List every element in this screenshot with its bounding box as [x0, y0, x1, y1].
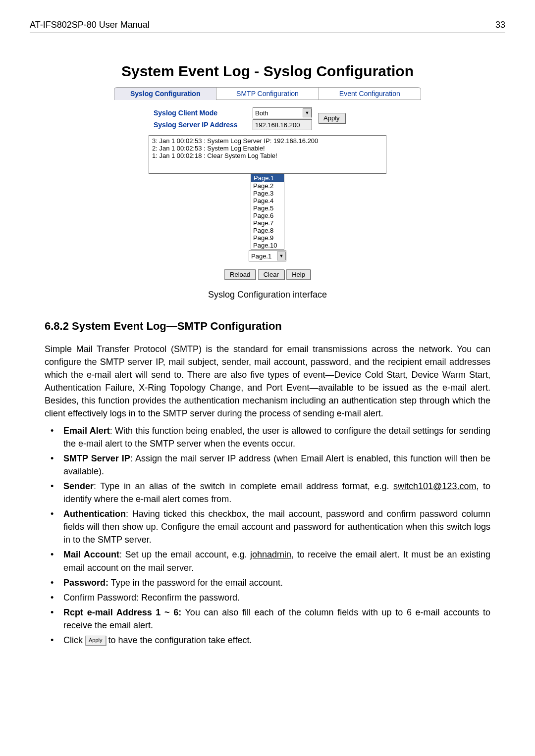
- page-item-3[interactable]: Page.3: [251, 190, 284, 197]
- page-header: AT-IFS802SP-80 User Manual 33: [30, 20, 505, 33]
- page-item-5[interactable]: Page.5: [251, 204, 284, 212]
- bullet-label: Mail Account: [63, 550, 119, 559]
- mode-value: Both: [255, 109, 268, 117]
- page-item-1[interactable]: Page.1: [251, 174, 284, 182]
- bullet-label: Authentication: [63, 509, 126, 519]
- bullet-label: Password:: [63, 578, 108, 588]
- page-item-8[interactable]: Page.8: [251, 227, 284, 234]
- bullet-pre: : Set up the email account, e.g.: [119, 550, 250, 559]
- bullet-label: Email Alert: [63, 426, 110, 436]
- bullet-label: Rcpt e-mail Address 1 ~ 6:: [63, 607, 181, 617]
- page-title: System Event Log - Syslog Configuration: [45, 63, 490, 80]
- email-link[interactable]: switch101@123.com: [393, 481, 476, 491]
- bullet-rcpt: Rcpt e-mail Address 1 ~ 6: You can also …: [50, 606, 490, 632]
- page-item-7[interactable]: Page.7: [251, 219, 284, 227]
- page-item-9[interactable]: Page.9: [251, 234, 284, 242]
- bullet-sender: Sender: Type in an alias of the switch i…: [50, 480, 490, 505]
- page-item-2[interactable]: Page.2: [251, 182, 284, 190]
- apply-button[interactable]: Apply: [318, 113, 345, 123]
- main-content: System Event Log - Syslog Configuration …: [0, 33, 535, 647]
- log-line: 1: Jan 1 00:02:18 : Clear System Log Tab…: [152, 152, 383, 159]
- reload-button[interactable]: Reload: [224, 269, 256, 280]
- help-button[interactable]: Help: [286, 269, 311, 280]
- mode-label: Syslog Client Mode: [144, 109, 253, 117]
- bullet-pre: Click: [63, 635, 85, 645]
- action-buttons: Reload Clear Help: [45, 269, 490, 280]
- section-heading: 6.8.2 System Event Log—SMTP Configuratio…: [45, 320, 490, 333]
- figure-caption: Syslog Configuration interface: [45, 290, 490, 300]
- mode-select[interactable]: Both ▼: [253, 107, 312, 118]
- bullet-label: Sender: [63, 481, 94, 491]
- bullet-confirm-password: Confirm Password: Reconfirm the password…: [50, 591, 490, 604]
- tab-event[interactable]: Event Configuration: [319, 87, 421, 100]
- page-item-10[interactable]: Page.10: [251, 242, 284, 249]
- bullet-pre: : Type in an alias of the switch in comp…: [94, 481, 393, 491]
- apply-inline-button: Apply: [85, 636, 106, 646]
- ip-label: Syslog Server IP Address: [144, 121, 253, 129]
- bullet-text: Confirm Password: Reconfirm the password…: [63, 593, 240, 603]
- intro-paragraph: Simple Mail Transfer Protocol (SMTP) is …: [45, 343, 490, 420]
- page-item-6[interactable]: Page.6: [251, 212, 284, 219]
- log-line: 3: Jan 1 00:02:53 : System Log Server IP…: [152, 137, 383, 145]
- bullet-mail-account: Mail Account: Set up the email account, …: [50, 548, 490, 574]
- bullet-click-apply: Click Apply to have the configuration ta…: [50, 634, 490, 647]
- bullet-authentication: Authentication: Having ticked this check…: [50, 507, 490, 546]
- page-listbox[interactable]: Page.1 Page.2 Page.3 Page.4 Page.5 Page.…: [251, 174, 284, 250]
- tab-smtp[interactable]: SMTP Configuration: [216, 87, 319, 100]
- chevron-down-icon: ▼: [277, 252, 286, 260]
- bullet-list: Email Alert: With this function being en…: [45, 424, 490, 647]
- header-title: AT-IFS802SP-80 User Manual: [30, 20, 150, 30]
- log-textarea[interactable]: 3: Jan 1 00:02:53 : System Log Server IP…: [149, 135, 386, 174]
- page-select[interactable]: Page.1 ▼: [249, 251, 286, 261]
- tabs: Syslog Configuration SMTP Configuration …: [114, 87, 421, 100]
- page-number: 33: [495, 20, 505, 30]
- bullet-text: : Having ticked this checkbox, the mail …: [63, 509, 490, 545]
- log-line: 2: Jan 1 00:02:53 : System Log Enable!: [152, 145, 383, 152]
- page-select-value: Page.1: [251, 252, 271, 260]
- clear-button[interactable]: Clear: [258, 269, 284, 280]
- chevron-down-icon: ▼: [303, 108, 312, 117]
- bullet-label: SMTP Server IP: [63, 454, 130, 463]
- bullet-password: Password: Type in the password for the e…: [50, 576, 490, 589]
- bullet-smtp-ip: SMTP Server IP: Assign the mail server I…: [50, 452, 490, 478]
- ip-value[interactable]: 192.168.16.200: [253, 119, 312, 130]
- bullet-text: : With this function being enabled, the …: [63, 426, 490, 449]
- tab-syslog[interactable]: Syslog Configuration: [114, 87, 216, 100]
- bullet-text: Type in the password for the email accou…: [108, 578, 283, 588]
- bullet-email-alert: Email Alert: With this function being en…: [50, 424, 490, 450]
- account-link[interactable]: johnadmin: [250, 550, 291, 559]
- page-item-4[interactable]: Page.4: [251, 197, 284, 204]
- config-panel: Syslog Client Mode Both ▼ Apply Syslog S…: [144, 107, 391, 130]
- bullet-post: to have the configuration take effect.: [106, 635, 252, 645]
